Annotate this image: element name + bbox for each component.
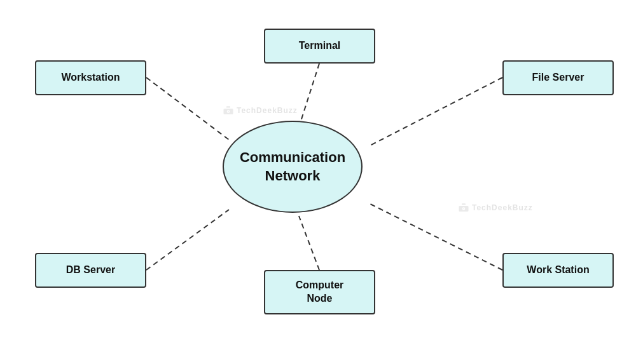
- file-server-label: File Server: [532, 71, 584, 84]
- workstation-label: Workstation: [61, 71, 120, 84]
- computer-node-label: ComputerNode: [296, 279, 344, 306]
- terminal-label: Terminal: [299, 39, 341, 53]
- terminal-node: Terminal: [264, 29, 375, 64]
- db-server-node: DB Server: [35, 253, 146, 288]
- db-server-label: DB Server: [66, 264, 115, 277]
- file-server-node: File Server: [502, 60, 614, 95]
- svg-line-4: [299, 216, 319, 270]
- watermark-1: TechDeekBuzz: [223, 105, 298, 116]
- center-label: CommunicationNetwork: [240, 149, 345, 185]
- svg-line-0: [299, 64, 319, 127]
- svg-line-1: [369, 78, 502, 146]
- workstation-node: Workstation: [35, 60, 146, 95]
- svg-line-2: [146, 78, 229, 140]
- diagram-container: CommunicationNetwork Terminal File Serve…: [0, 0, 643, 364]
- watermark-2: TechDeekBuzz: [458, 202, 533, 213]
- computer-node-node: ComputerNode: [264, 270, 375, 314]
- work-station-node: Work Station: [502, 253, 614, 288]
- work-station-label: Work Station: [527, 264, 589, 277]
- svg-line-3: [146, 210, 229, 270]
- center-node: CommunicationNetwork: [223, 121, 363, 213]
